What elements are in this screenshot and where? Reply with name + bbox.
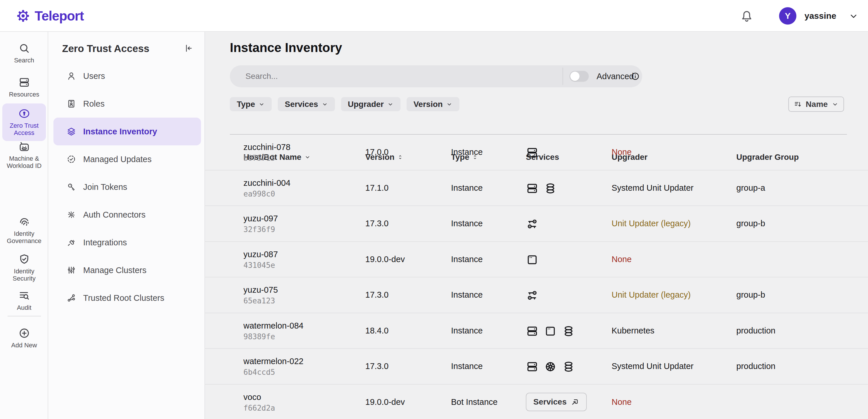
table-row-yuzu-087[interactable]: yuzu-087431045e19.0.0-devInstanceNone <box>205 242 868 278</box>
sidebar-item-join-tokens[interactable]: Join Tokens <box>54 173 201 201</box>
host-hash: 98389fe <box>243 332 275 341</box>
server-icon <box>526 360 538 373</box>
upgrader-cell: None <box>612 397 631 407</box>
teleport-app: Teleport Y yassine SearchResourcesZero T… <box>0 0 868 419</box>
search-placeholder[interactable]: Search... <box>245 65 278 87</box>
sort-button[interactable]: Name <box>788 96 844 112</box>
add-new-icon <box>18 327 30 339</box>
services-cell <box>526 253 538 266</box>
host-hash: 32f36f9 <box>243 225 275 234</box>
host-name: zucchini-004 <box>243 178 290 188</box>
table-body: zucchini-078b07571317.0.0InstanceNonezuc… <box>205 134 868 419</box>
rail-item-resources[interactable]: Resources <box>0 76 48 98</box>
sidebar-item-integrations[interactable]: Integrations <box>54 229 201 256</box>
page-title: Instance Inventory <box>230 40 342 55</box>
upgrader-cell: Unit Updater (legacy) <box>612 290 691 300</box>
sidebar-item-users[interactable]: Users <box>54 62 201 90</box>
advanced-toggle[interactable] <box>569 71 589 82</box>
table-row-zucchini-078[interactable]: zucchini-078b07571317.0.0InstanceNone <box>205 134 868 171</box>
table-row-watermelon-022[interactable]: watermelon-0226b4ccd517.3.0InstanceSyste… <box>205 349 868 385</box>
sidebar-collapse-icon[interactable] <box>183 43 193 53</box>
rail-item-label: Add New <box>11 341 37 349</box>
type-cell: Bot Instance <box>451 397 498 407</box>
rail-item-add-new[interactable]: Add New <box>0 327 48 349</box>
external-link-icon <box>570 398 579 406</box>
host-name: yuzu-075 <box>243 285 278 295</box>
identity-governance-icon <box>18 216 30 228</box>
manage-clusters-icon <box>66 265 76 275</box>
keys-icon <box>526 289 538 302</box>
trusted-root-clusters-icon <box>66 293 76 303</box>
rail-item-identity-governance[interactable]: Identity Governance <box>0 216 48 244</box>
zero-trust-access-icon <box>18 108 30 120</box>
sort-button-label: Name <box>806 100 828 109</box>
table-row-voco[interactable]: vocof662d2a19.0.0-devBot InstanceService… <box>205 385 868 419</box>
chevron-down-icon <box>446 101 453 108</box>
kubernetes-icon <box>544 360 557 373</box>
filter-upgrader[interactable]: Upgrader <box>341 97 401 111</box>
roles-icon <box>66 99 76 109</box>
host-hash: 65ea123 <box>243 297 275 305</box>
filter-label: Services <box>285 100 318 109</box>
application-icon <box>544 325 557 337</box>
services-cell <box>526 146 538 159</box>
rail-item-label: Identity Governance <box>7 230 41 244</box>
top-header: Teleport Y yassine <box>0 0 868 32</box>
sidebar-item-manage-clusters[interactable]: Manage Clusters <box>54 256 201 284</box>
rail-item-zero-trust-access[interactable]: Zero Trust Access <box>2 103 46 141</box>
rail-item-audit[interactable]: Audit <box>0 290 48 311</box>
search-bar: Search... Advanced <box>230 65 642 87</box>
filter-services[interactable]: Services <box>278 97 335 111</box>
filter-type[interactable]: Type <box>230 97 272 111</box>
user-avatar[interactable]: Y <box>779 7 796 25</box>
sidebar-item-instance-inventory[interactable]: Instance Inventory <box>54 118 201 145</box>
table-row-yuzu-075[interactable]: yuzu-07565ea12317.3.0InstanceUnit Update… <box>205 277 868 313</box>
host-name: watermelon-022 <box>243 357 304 366</box>
auth-connectors-icon <box>66 210 76 220</box>
services-cell <box>526 360 575 373</box>
user-menu-chevron-down-icon[interactable] <box>848 11 859 21</box>
identity-security-icon <box>18 253 30 265</box>
version-cell: 18.4.0 <box>365 326 389 335</box>
notifications-bell-icon[interactable] <box>739 8 754 23</box>
sidebar-item-auth-connectors[interactable]: Auth Connectors <box>54 201 201 229</box>
table-row-yuzu-097[interactable]: yuzu-09732f36f917.3.0InstanceUnit Update… <box>205 206 868 242</box>
host-hash: ea998c0 <box>243 189 275 198</box>
main-content: Instance Inventory Search... Advanced Ty… <box>205 32 868 419</box>
upgrader-group-cell: group-a <box>736 183 765 193</box>
rail-item-identity-security[interactable]: Identity Security <box>0 253 48 282</box>
chevron-down-icon <box>258 101 265 108</box>
integrations-icon <box>66 238 76 247</box>
filter-version[interactable]: Version <box>407 97 459 111</box>
machine-workload-id-icon <box>18 141 30 153</box>
sidebar-item-roles[interactable]: Roles <box>54 90 201 118</box>
type-cell: Instance <box>451 147 483 157</box>
host-hash: 6b4ccd5 <box>243 368 275 377</box>
instance-inventory-icon <box>66 126 76 137</box>
server-icon <box>526 182 538 195</box>
filter-bar: TypeServicesUpgraderVersion <box>230 97 459 111</box>
upgrader-cell: Systemd Unit Updater <box>612 361 693 371</box>
sidebar-item-label: Join Tokens <box>83 182 127 192</box>
rail-item-machine-workload-id[interactable]: Machine & Workload ID <box>0 141 48 169</box>
filter-label: Version <box>413 100 443 109</box>
host-name: zucchini-078 <box>243 143 290 152</box>
sidebar-item-trusted-root-clusters[interactable]: Trusted Root Clusters <box>54 284 201 312</box>
database-icon <box>562 360 575 373</box>
table-row-watermelon-084[interactable]: watermelon-08498389fe18.4.0InstanceKuber… <box>205 313 868 349</box>
upgrader-group-cell: production <box>736 361 775 371</box>
rail-item-search[interactable]: Search <box>0 42 48 64</box>
sidebar-item-label: Users <box>83 71 105 81</box>
sidebar-item-managed-updates[interactable]: Managed Updates <box>54 145 201 173</box>
services-button-label: Services <box>533 397 566 407</box>
advanced-info-icon[interactable] <box>631 72 640 81</box>
brand-name: Teleport <box>35 8 84 24</box>
rail-item-label: Resources <box>9 91 39 98</box>
sort-list-icon <box>794 100 802 108</box>
services-button[interactable]: Services <box>526 393 587 411</box>
upgrader-group-cell: group-b <box>736 290 765 300</box>
type-cell: Instance <box>451 255 483 264</box>
table-row-zucchini-004[interactable]: zucchini-004ea998c017.1.0InstanceSystemd… <box>205 171 868 206</box>
join-tokens-icon <box>66 182 76 192</box>
teleport-logo[interactable]: Teleport <box>16 0 84 32</box>
